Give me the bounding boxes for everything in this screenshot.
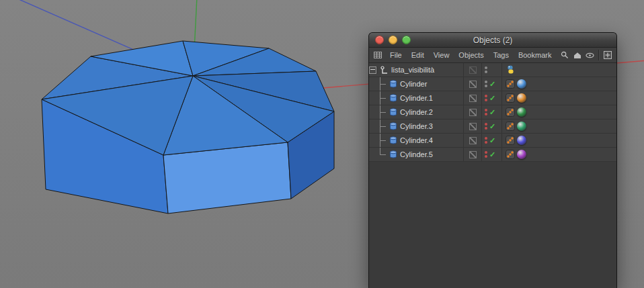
enabled-check[interactable]: ✓ <box>489 151 495 158</box>
layer-cell[interactable] <box>463 105 481 119</box>
layer-slash-box[interactable] <box>469 95 477 102</box>
tags-cell <box>501 63 616 77</box>
menu-view[interactable]: View <box>429 51 454 59</box>
render-visibility-dot[interactable] <box>485 113 487 115</box>
tree-branch <box>377 77 388 91</box>
phong-tag-icon[interactable] <box>506 93 515 103</box>
object-row[interactable]: Cylinder.2 ✓ <box>369 105 616 119</box>
editor-visibility-dot[interactable] <box>485 81 487 83</box>
visibility-cell[interactable]: ✓ <box>481 63 501 77</box>
eye-icon[interactable] <box>585 52 595 58</box>
render-visibility-dot[interactable] <box>485 127 487 130</box>
layer-slash-box[interactable] <box>469 137 477 144</box>
material-tag[interactable] <box>517 122 526 131</box>
material-tag[interactable] <box>517 150 526 159</box>
tree-branch <box>377 134 388 147</box>
menu-tags[interactable]: Tags <box>489 51 514 59</box>
editor-visibility-dot[interactable] <box>485 66 487 69</box>
phong-tag-icon[interactable] <box>506 122 515 131</box>
visibility-cell[interactable]: ✓ <box>481 148 501 161</box>
objects-manager-window[interactable]: Objects (2) File Edit View Objects Tags … <box>368 32 617 288</box>
editor-visibility-dot[interactable] <box>485 123 487 126</box>
object-row-root[interactable]: lista_visibilità ✓ <box>369 63 616 77</box>
object-row[interactable]: Cylinder ✓ <box>369 77 616 91</box>
menu-bookmark[interactable]: Bookmark <box>514 51 557 59</box>
zoom-button[interactable] <box>402 36 411 44</box>
home-icon[interactable] <box>572 52 582 59</box>
render-visibility-dot[interactable] <box>485 70 487 73</box>
tags-cell <box>501 134 616 147</box>
enabled-check[interactable]: ✓ <box>489 137 495 144</box>
visibility-cell[interactable]: ✓ <box>481 105 501 119</box>
layer-slash-box[interactable] <box>469 151 477 158</box>
layer-cell[interactable] <box>463 134 481 147</box>
object-row[interactable]: Cylinder.3 ✓ <box>369 119 616 134</box>
render-visibility-dot[interactable] <box>485 155 487 158</box>
phong-tag-icon[interactable] <box>506 79 515 89</box>
object-label[interactable]: Cylinder.2 <box>400 108 433 116</box>
visibility-cell[interactable]: ✓ <box>481 91 501 105</box>
tags-cell <box>501 119 616 133</box>
editor-visibility-dot[interactable] <box>485 109 487 111</box>
tags-cell <box>501 148 616 161</box>
object-row[interactable]: Cylinder.5 ✓ <box>369 148 616 162</box>
enabled-check[interactable]: ✓ <box>489 109 495 116</box>
cylinder-icon <box>388 122 398 131</box>
menu-file[interactable]: File <box>385 51 407 59</box>
phong-tag-icon[interactable] <box>506 107 515 117</box>
tags-cell <box>501 91 616 105</box>
phong-tag-icon[interactable] <box>506 150 515 159</box>
object-label[interactable]: Cylinder <box>400 80 427 88</box>
phong-tag-icon[interactable] <box>506 136 515 145</box>
minimize-button[interactable] <box>389 36 397 44</box>
layer-slash-box[interactable] <box>469 66 477 74</box>
tree-branch-last <box>377 148 388 161</box>
object-row[interactable]: Cylinder.1 ✓ <box>369 91 616 105</box>
enabled-check[interactable]: ✓ <box>489 81 495 88</box>
object-label[interactable]: Cylinder.5 <box>400 150 433 158</box>
layer-cell[interactable] <box>463 63 481 77</box>
editor-visibility-dot[interactable] <box>485 151 487 154</box>
layer-cell[interactable] <box>463 91 481 105</box>
expand-collapse-toggle[interactable] <box>369 66 376 74</box>
render-visibility-dot[interactable] <box>485 85 487 87</box>
layer-slash-box[interactable] <box>469 81 477 88</box>
layer-cell[interactable] <box>463 148 481 161</box>
window-titlebar[interactable]: Objects (2) <box>369 33 616 48</box>
material-tag[interactable] <box>517 136 526 145</box>
window-title: Objects (2) <box>473 36 513 45</box>
material-tag[interactable] <box>517 93 526 103</box>
menu-edit[interactable]: Edit <box>407 51 429 59</box>
enabled-check[interactable]: ✓ <box>489 123 495 130</box>
list-empty-area[interactable] <box>369 162 616 288</box>
null-object-icon <box>379 66 389 75</box>
material-tag[interactable] <box>517 79 526 89</box>
layer-cell[interactable] <box>463 119 481 133</box>
render-visibility-dot[interactable] <box>485 141 487 144</box>
render-visibility-dot[interactable] <box>485 99 487 101</box>
enabled-check[interactable]: ✓ <box>489 95 495 102</box>
layer-slash-box[interactable] <box>469 123 477 130</box>
search-icon[interactable] <box>559 51 569 59</box>
visibility-cell[interactable]: ✓ <box>481 119 501 133</box>
visibility-cell[interactable]: ✓ <box>481 134 501 147</box>
editor-visibility-dot[interactable] <box>485 95 487 97</box>
object-label[interactable]: Cylinder.1 <box>400 94 433 102</box>
menu-objects[interactable]: Objects <box>454 51 488 59</box>
octagon-cylinder-object[interactable] <box>42 41 334 213</box>
material-tag[interactable] <box>517 107 526 117</box>
close-button[interactable] <box>375 36 384 44</box>
layer-cell[interactable] <box>463 77 481 91</box>
grid-icon[interactable] <box>372 51 384 59</box>
panel-plus-icon[interactable] <box>602 51 612 59</box>
tree-branch <box>377 105 388 119</box>
object-label[interactable]: Cylinder.3 <box>400 122 433 130</box>
python-tag-icon[interactable] <box>506 65 515 75</box>
editor-visibility-dot[interactable] <box>485 137 487 140</box>
object-label[interactable]: Cylinder.4 <box>400 136 433 144</box>
tree-branch <box>377 119 388 133</box>
visibility-cell[interactable]: ✓ <box>481 77 501 91</box>
layer-slash-box[interactable] <box>469 109 477 116</box>
object-row[interactable]: Cylinder.4 ✓ <box>369 134 616 148</box>
object-label[interactable]: lista_visibilità <box>391 66 434 74</box>
